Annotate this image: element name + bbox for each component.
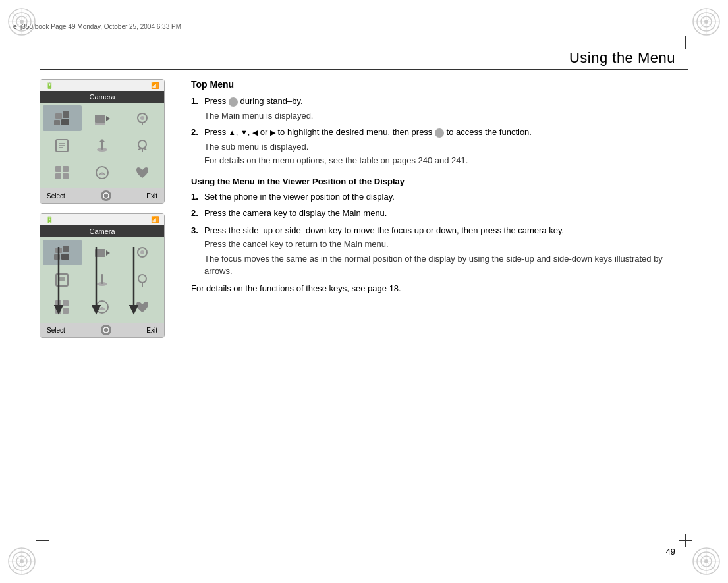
phone1-icon-cell-9 bbox=[123, 160, 161, 186]
phone2-status-bar: 🔋 📶 bbox=[40, 214, 164, 225]
phone1-icon-cell-3 bbox=[123, 105, 161, 131]
text-column: Top Menu 1. Press during stand–by. The M… bbox=[191, 79, 688, 338]
section1-step1: 1. Press during stand–by. The Main menu … bbox=[191, 95, 688, 122]
svg-rect-52 bbox=[63, 166, 69, 172]
phone2-screen bbox=[40, 237, 164, 323]
section1-heading: Top Menu bbox=[191, 79, 688, 90]
phone2-select-label: Select bbox=[47, 327, 65, 334]
phone2-mockup: 🔋 📶 Camera bbox=[40, 213, 165, 338]
page-number: 49 bbox=[666, 547, 675, 557]
phone1-exit-label: Exit bbox=[146, 192, 157, 200]
phone1-icon-cell-8 bbox=[83, 160, 122, 186]
phone1-screen bbox=[40, 103, 164, 188]
section1: Top Menu 1. Press during stand–by. The M… bbox=[191, 79, 688, 167]
section1-list: 1. Press during stand–by. The Main menu … bbox=[191, 95, 688, 167]
phone1-icon-cell-2 bbox=[83, 105, 122, 131]
phone2-arrows-overlay bbox=[40, 237, 164, 323]
content-area: 🔋 📶 Camera bbox=[40, 79, 688, 338]
svg-rect-34 bbox=[54, 120, 60, 125]
svg-rect-53 bbox=[55, 173, 61, 179]
crosshair-bl bbox=[36, 534, 49, 547]
svg-rect-36 bbox=[95, 115, 105, 123]
phone1-icon-cell-1 bbox=[43, 105, 82, 131]
phone1-select-label: Select bbox=[47, 192, 65, 200]
phone2-center-btn bbox=[101, 325, 111, 335]
svg-marker-37 bbox=[106, 116, 110, 121]
section1-step2: 2. Press ▲, ▼, ◀ or ▶ to highlight the d… bbox=[191, 126, 688, 167]
section2-step1: 1. Set the phone in the viewer position … bbox=[191, 190, 688, 204]
phone2-signal-icon: 🔋 bbox=[45, 216, 53, 223]
phone1-icon-cell-5 bbox=[83, 132, 122, 158]
svg-point-41 bbox=[140, 116, 144, 120]
book-info: e_j350.book Page 49 Monday, October 25, … bbox=[13, 23, 181, 30]
section2: Using the Menu in the Viewer Position of… bbox=[191, 177, 688, 293]
section1-step2-main: Press ▲, ▼, ◀ or ▶ to highlight the desi… bbox=[204, 127, 532, 137]
page-title-container: Using the Menu bbox=[0, 49, 728, 67]
section1-step1-main: Press during stand–by. bbox=[204, 96, 303, 106]
svg-rect-38 bbox=[95, 123, 105, 125]
svg-point-56 bbox=[103, 193, 109, 198]
phone1-center-btn bbox=[101, 190, 111, 201]
section2-step2-main: Press the camera key to display the Main… bbox=[204, 208, 387, 218]
phones-column: 🔋 📶 Camera bbox=[40, 79, 171, 338]
phone1-status-bar: 🔋 📶 bbox=[40, 80, 164, 91]
svg-marker-48 bbox=[99, 139, 105, 142]
section2-list: 1. Set the phone in the viewer position … bbox=[191, 190, 688, 278]
crosshair-tr bbox=[679, 36, 692, 49]
phone1-battery-icon: 📶 bbox=[151, 82, 159, 89]
section2-step3-main: Press the side–up or side–down key to mo… bbox=[204, 225, 564, 235]
page-title: Using the Menu bbox=[0, 49, 675, 67]
phone2-footer: Select Exit bbox=[40, 323, 164, 337]
svg-rect-35 bbox=[61, 119, 69, 125]
svg-rect-40 bbox=[142, 123, 143, 125]
svg-point-81 bbox=[103, 327, 109, 333]
phone1-mockup: 🔋 📶 Camera bbox=[40, 79, 165, 204]
section2-step3: 3. Press the side–up or side–down key to… bbox=[191, 224, 688, 278]
svg-rect-54 bbox=[63, 173, 69, 179]
corner-decoration-br bbox=[690, 545, 723, 578]
section2-step2: 2. Press the camera key to display the M… bbox=[191, 207, 688, 220]
phone1-signal-icon: 🔋 bbox=[45, 82, 53, 89]
phone1-header: Camera bbox=[40, 91, 164, 103]
phone1-icon-cell-7 bbox=[43, 160, 82, 186]
corner-decoration-bl bbox=[5, 545, 38, 578]
header-bar: e_j350.book Page 49 Monday, October 25, … bbox=[0, 20, 728, 33]
crosshair-br bbox=[679, 534, 692, 547]
crosshair-tl bbox=[36, 36, 49, 49]
svg-point-49 bbox=[138, 140, 146, 148]
section1-step1-sub: The Main menu is displayed. bbox=[204, 109, 688, 123]
svg-rect-51 bbox=[55, 166, 61, 172]
section2-footer-note: For details on the functions of these ke… bbox=[191, 283, 688, 293]
header-bar-line bbox=[0, 20, 728, 20]
phone2-battery-icon: 📶 bbox=[151, 216, 159, 223]
section2-step3-sub1: Press the cancel key to return to the Ma… bbox=[204, 238, 688, 251]
section1-step2-sub1: The sub menu is displayed. bbox=[204, 140, 688, 153]
svg-rect-32 bbox=[55, 113, 62, 119]
phone2-header: Camera bbox=[40, 225, 164, 237]
phone1-footer: Select Exit bbox=[40, 188, 164, 203]
section2-step1-main: Set the phone in the viewer position of … bbox=[204, 192, 395, 202]
phone1-icon-cell-4 bbox=[43, 132, 82, 158]
phone2-exit-label: Exit bbox=[146, 327, 157, 334]
section2-step3-sub2: The focus moves the same as in the norma… bbox=[204, 252, 688, 278]
title-underline bbox=[40, 69, 688, 70]
section2-heading: Using the Menu in the Viewer Position of… bbox=[191, 177, 688, 186]
phone1-icon-cell-6 bbox=[123, 132, 161, 158]
svg-rect-33 bbox=[63, 111, 69, 118]
section1-step2-sub2: For details on the menu options, see the… bbox=[204, 154, 688, 167]
